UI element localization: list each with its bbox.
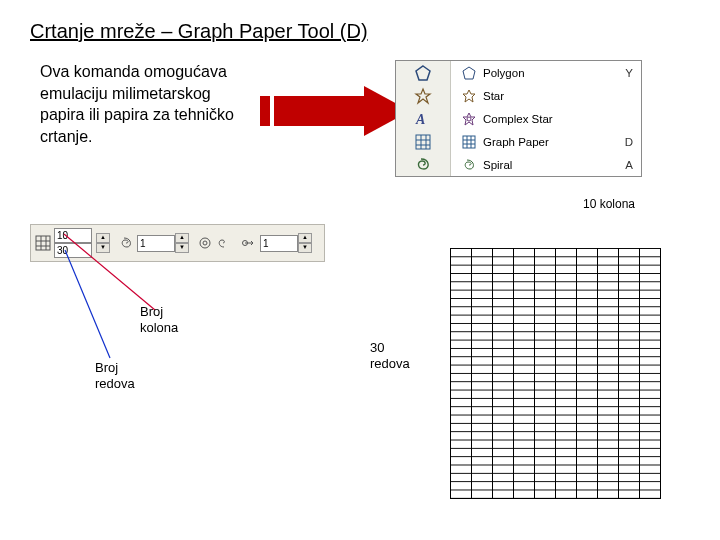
spinner-down-icon[interactable]: ▼ xyxy=(298,243,312,253)
flyout-item-label: Complex Star xyxy=(483,113,625,125)
complex-star-icon xyxy=(459,112,479,126)
svg-rect-15 xyxy=(463,136,475,148)
page-title: Crtanje mreže – Graph Paper Tool (D) xyxy=(30,20,690,43)
polygon-icon xyxy=(459,66,479,80)
annotation-line-redova xyxy=(55,248,135,368)
spinner-up-icon[interactable]: ▲ xyxy=(298,233,312,243)
svg-line-29 xyxy=(65,250,110,358)
svg-point-25 xyxy=(200,238,210,248)
spinner-up-icon[interactable]: ▲ xyxy=(175,233,189,243)
svg-marker-12 xyxy=(463,90,475,102)
spinner-down-icon[interactable]: ▼ xyxy=(175,243,189,253)
graph-paper-grid-demo xyxy=(450,248,661,499)
svg-rect-6 xyxy=(416,135,430,149)
svg-marker-11 xyxy=(463,67,475,79)
columns-caption: 10 kolona xyxy=(583,197,635,211)
annotation-30-redova: 30 redova xyxy=(370,340,410,371)
svg-point-26 xyxy=(203,241,207,245)
spiral-expand-spinner[interactable]: ▲ ▼ xyxy=(298,233,312,253)
spiral-tool-button[interactable] xyxy=(396,153,450,176)
graph-paper-icon xyxy=(459,135,479,149)
flyout-item-star[interactable]: Star xyxy=(451,84,641,107)
flyout-item-list: Polygon Y Star Complex Star xyxy=(451,61,641,176)
spiral-turns-spinner[interactable]: ▲ ▼ xyxy=(175,233,189,253)
svg-marker-13 xyxy=(463,113,475,125)
flyout-item-polygon[interactable]: Polygon Y xyxy=(451,61,641,84)
svg-rect-1 xyxy=(274,96,364,126)
graph-paper-tool-button[interactable] xyxy=(396,130,450,153)
svg-point-14 xyxy=(467,117,471,121)
spiral-expand-input[interactable] xyxy=(260,235,298,252)
flyout-item-label: Star xyxy=(483,90,625,102)
flyout-item-spiral[interactable]: Spiral A xyxy=(451,153,641,176)
svg-marker-4 xyxy=(416,89,430,103)
tool-flyout: A Polygon Y Star xyxy=(395,60,642,177)
description-paragraph: Ova komanda omogućava emulaciju milimeta… xyxy=(40,61,250,147)
svg-marker-3 xyxy=(416,66,430,80)
spiral-icon xyxy=(459,158,479,172)
flyout-item-label: Polygon xyxy=(483,67,617,79)
annotation-broj-redova: Broj redova xyxy=(95,360,135,391)
polygon-tool-button[interactable] xyxy=(396,61,450,84)
red-arrow xyxy=(260,86,410,136)
spiral-expand-segment: ▲ ▼ xyxy=(241,233,314,253)
spiral-logarithmic-icon[interactable] xyxy=(215,235,231,251)
spiral-symmetric-icon[interactable] xyxy=(197,235,213,251)
flyout-item-complex-star[interactable]: Complex Star xyxy=(451,107,641,130)
flyout-item-graph-paper[interactable]: Graph Paper D xyxy=(451,130,641,153)
flyout-item-label: Graph Paper xyxy=(483,136,617,148)
annotation-broj-kolona: Broj kolona xyxy=(140,304,178,335)
svg-rect-20 xyxy=(36,236,50,250)
star-icon xyxy=(459,89,479,103)
flyout-icon-column: A xyxy=(396,61,451,176)
spiral-mode-segment xyxy=(197,235,235,251)
flyout-item-shortcut: D xyxy=(625,136,633,148)
text-tool-button[interactable]: A xyxy=(396,107,450,130)
flyout-item-label: Spiral xyxy=(483,159,617,171)
flyout-item-shortcut: Y xyxy=(625,67,633,79)
star-tool-button[interactable] xyxy=(396,84,450,107)
svg-text:A: A xyxy=(415,112,425,127)
flyout-item-shortcut: A xyxy=(625,159,633,171)
svg-rect-0 xyxy=(260,96,270,126)
grid-icon xyxy=(35,235,51,251)
spiral-expand-icon xyxy=(241,235,257,251)
